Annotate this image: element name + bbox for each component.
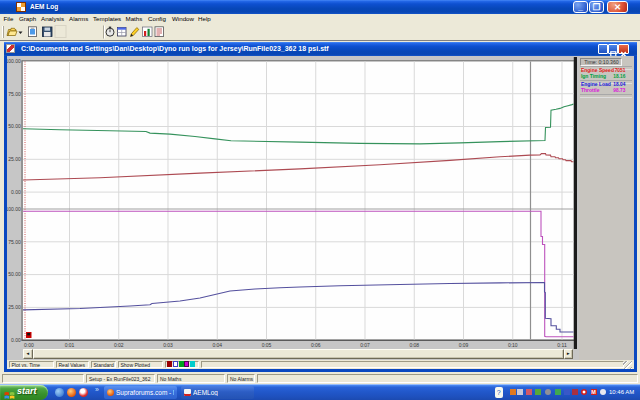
svg-text:0:03: 0:03 — [163, 342, 173, 348]
svg-text:25.00: 25.00 — [8, 304, 21, 310]
svg-text:0:02: 0:02 — [114, 342, 124, 348]
svg-text:0:07: 0:07 — [360, 342, 370, 348]
svg-text:50.00: 50.00 — [8, 271, 21, 277]
svg-text:0:05: 0:05 — [262, 342, 272, 348]
svg-text:50.00: 50.00 — [8, 123, 21, 129]
svg-text:0.00: 0.00 — [11, 188, 21, 194]
svg-text:100.00: 100.00 — [7, 205, 21, 211]
svg-text:0:10: 0:10 — [508, 342, 518, 348]
svg-text:0:09: 0:09 — [459, 342, 469, 348]
svg-text:0:04: 0:04 — [212, 342, 222, 348]
svg-text:0:00: 0:00 — [24, 342, 34, 348]
svg-text:0:06: 0:06 — [311, 342, 321, 348]
svg-text:0:08: 0:08 — [409, 342, 419, 348]
svg-text:75.00: 75.00 — [8, 90, 21, 96]
svg-text:0:01: 0:01 — [65, 342, 75, 348]
svg-text:100.00: 100.00 — [7, 57, 21, 63]
svg-text:0.00: 0.00 — [11, 337, 21, 343]
svg-text:25.00: 25.00 — [8, 156, 21, 162]
svg-text:0:11: 0:11 — [557, 342, 567, 348]
svg-text:75.00: 75.00 — [8, 238, 21, 244]
